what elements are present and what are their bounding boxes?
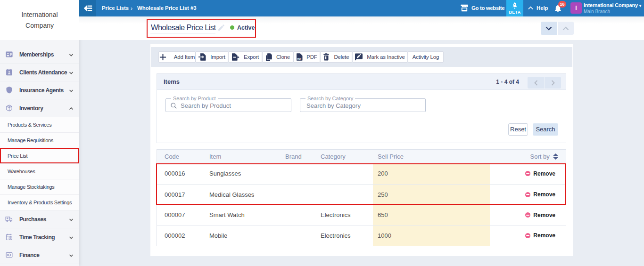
svg-text:PDF: PDF <box>297 57 302 60</box>
